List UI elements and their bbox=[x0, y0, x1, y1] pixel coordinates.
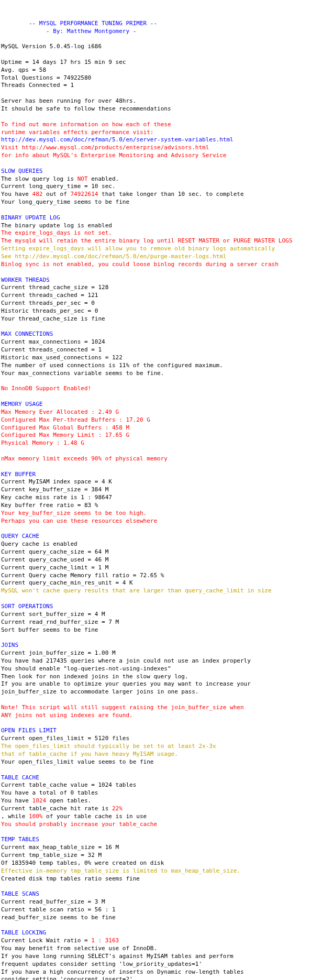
byline: - By: Matthew Montgomery - bbox=[1, 28, 136, 35]
running-over-48h: Server has been running for over 48hrs. bbox=[1, 97, 136, 104]
thread-cache-fine: Your thread_cache_size is fine bbox=[1, 315, 105, 322]
effective-tmp-table-size: Effective in-memory tmp_table_size is li… bbox=[1, 867, 240, 874]
query-cache-fill-ratio: Current Query cache Memory fill ratio = … bbox=[1, 572, 164, 579]
low-priority-updates: frequent updates consider setting 'low_p… bbox=[1, 961, 202, 967]
sort-buffer-fine: Sort buffer seems to be fine bbox=[1, 626, 98, 633]
table-cache-hit-rate-a: Current table_cache hit rate is bbox=[1, 805, 112, 812]
increase-join-buffer-2: join_buffer_size to accommodate larger j… bbox=[1, 688, 199, 695]
threads-cached: Current threads_cached = 121 bbox=[1, 292, 98, 299]
open-files-note-1: The open_files_limit should typically be… bbox=[1, 743, 216, 750]
disk-tmp-tables-fine: Created disk tmp tables ratio seems fine bbox=[1, 875, 140, 882]
historic-max-used: Historic max_used_connections = 122 bbox=[1, 354, 123, 361]
table-scans-header: TABLE SCANS bbox=[1, 890, 39, 897]
query-cache-limit: Current query_cache_limit = 1 M bbox=[1, 564, 108, 571]
more-info-line-1: To find out more information on how each… bbox=[1, 121, 171, 128]
server-vars-url: http://dev.mysql.com/doc/refman/5.0/en/s… bbox=[1, 136, 234, 143]
title: -- MYSQL PERFORMANCE TUNING PRIMER -- bbox=[1, 20, 157, 27]
binary-update-header: BINARY UPDATE LOG bbox=[1, 214, 60, 221]
sort-operations-header: SORT OPERATIONS bbox=[1, 603, 53, 610]
sort-buffer-size: Current sort_buffer_size = 4 M bbox=[1, 611, 105, 618]
binary-log-enabled: The binary update log is enabled bbox=[1, 222, 112, 229]
slow-count-a: You have bbox=[1, 191, 32, 197]
join-note-2: ANY joins not using indexes are found. bbox=[1, 712, 133, 719]
table-cache-inuse-value: 100% bbox=[29, 813, 43, 820]
open-tables-a: You have bbox=[1, 797, 32, 804]
nmax-exceeds-90pct: nMax memory limit exceeds 90% of physica… bbox=[1, 455, 168, 462]
total-tables: You have a total of 0 tables bbox=[1, 789, 98, 796]
expire-logs-days-notset: The expire_logs_days is not set. bbox=[1, 229, 112, 236]
threads-per-sec: Current threads_per_sec = 0 bbox=[1, 300, 95, 306]
max-memory-ever: Max Memory Ever Allocated : 2.49 G bbox=[1, 409, 119, 415]
lock-wait-ratio-value: 1 : 3163 bbox=[91, 937, 119, 944]
slow-count-c: that take longer than 10 sec. to complet… bbox=[98, 191, 243, 197]
table-scan-ratio: Current table scan ratio = 56 : 1 bbox=[1, 906, 116, 913]
table-cache-inuse-a: , while bbox=[1, 813, 29, 820]
key-buffer-free-ratio: Key buffer free ratio = 83 % bbox=[1, 502, 98, 509]
joins-header: JOINS bbox=[1, 642, 18, 648]
query-cache-min-res-unit: Current query_cache_min_res_unit = 4 K bbox=[1, 579, 133, 586]
concurrent-insert-2: consider setting 'concurrent_insert=2'. bbox=[1, 976, 136, 980]
total-questions: Total Questions = 74922580 bbox=[1, 74, 91, 81]
high-concurrency-inserts: If you have a high concurrency of insert… bbox=[1, 968, 244, 975]
temp-tables-header: TEMP TABLES bbox=[1, 836, 39, 843]
max-connections-header: MAX CONNECTIONS bbox=[1, 331, 53, 337]
max-heap-table-size: Current max_heap_table_size = 16 M bbox=[1, 844, 119, 851]
slow-count-value: 482 bbox=[32, 191, 43, 197]
open-files-limit: Current open_files_limit = 5120 files bbox=[1, 735, 129, 742]
myisam-index-space: Current MyISAM index space = 4 K bbox=[1, 478, 112, 485]
more-info-line-2: runtime variables effects performance vi… bbox=[1, 129, 153, 136]
setting-expire-logs-days: Setting expire_logs_days will allow you … bbox=[1, 245, 275, 252]
max-connections: Current max_connections = 1024 bbox=[1, 338, 105, 345]
key-buffer-too-high: Your key_buffer_size seems to be too hig… bbox=[1, 510, 147, 516]
open-tables-b: open tables. bbox=[46, 797, 91, 804]
open-files-header: OPEN FILES LIMIT bbox=[1, 727, 57, 734]
max-per-thread-buffers: Configured Max Per-thread Buffers : 17.2… bbox=[1, 416, 150, 423]
uptime: Uptime = 14 days 17 hrs 15 min 9 sec bbox=[1, 59, 126, 65]
advisory-info: for info about MySQL's Enterprise Monito… bbox=[1, 152, 226, 159]
table-locking-header: TABLE LOCKING bbox=[1, 929, 46, 936]
increase-join-buffer-1: If you are unable to optimize your queri… bbox=[1, 680, 251, 687]
thread-cache-size: Current thread_cache_size = 128 bbox=[1, 284, 108, 291]
temp-tables-on-disk: Of 1835940 temp tables, 0% were created … bbox=[1, 860, 164, 866]
max-global-buffers: Configured Max Global Buffers : 458 M bbox=[1, 424, 129, 431]
slow-query-log-a: The slow query log is bbox=[1, 175, 77, 182]
historic-threads-per-sec: Historic threads_per_sec = 0 bbox=[1, 307, 98, 314]
query-cache-size: Current query_cache_size = 64 M bbox=[1, 548, 108, 555]
mysql-version: MySQL Version 5.0.45-log i686 bbox=[1, 43, 102, 50]
safe-to-follow: It should be safe to follow these recomm… bbox=[1, 105, 171, 112]
threads-connected: Threads Connected = 1 bbox=[1, 82, 74, 89]
key-cache-miss-rate: Key cache miss rate is 1 : 98647 bbox=[1, 494, 112, 501]
slow-count-total: 74922614 bbox=[70, 191, 98, 197]
long-selects-myisam: If you have long running SELECT's agains… bbox=[1, 953, 234, 960]
join-note-1: Note! This script will still suggest rai… bbox=[1, 704, 244, 711]
slow-query-log-b: enabled. bbox=[88, 175, 119, 182]
read-buffer-size: Current read_buffer_size = 3 M bbox=[1, 898, 105, 905]
table-cache-inuse-b: of your table cache is in use bbox=[42, 813, 147, 820]
table-cache-hit-rate-value: 22% bbox=[112, 805, 123, 812]
open-files-fine: Your open_files_limit value seems to be … bbox=[1, 758, 153, 765]
purge-master-logs-url: See http://dev.mysql.com/doc/refman/5.0/… bbox=[1, 253, 226, 260]
worker-threads-header: WORKER THREADS bbox=[1, 277, 50, 283]
long-query-time: Current long_query_time = 10 sec. bbox=[1, 183, 116, 190]
open-tables-value: 1024 bbox=[32, 797, 47, 804]
retain-entire-binlog: The mysqld will retain the entire binary… bbox=[1, 237, 292, 244]
avg-qps: Avg. qps = 58 bbox=[1, 67, 46, 73]
max-connections-fine: Your max_connections variable seems to b… bbox=[1, 370, 164, 377]
look-for-nonindexed: Then look for non indexed joins in the s… bbox=[1, 673, 188, 680]
lock-wait-ratio-label: Current Lock Wait ratio = bbox=[1, 937, 91, 944]
key-buffer-size: Current key_buffer_size = 384 M bbox=[1, 486, 108, 493]
memory-usage-header: MEMORY USAGE bbox=[1, 401, 42, 408]
open-files-note-2: that of table_cache if you have heavy My… bbox=[1, 751, 178, 757]
benefit-innodb: You may benefit from selective use of In… bbox=[1, 945, 157, 952]
tmp-table-size: Current tmp_table_size = 32 M bbox=[1, 852, 102, 858]
read-rnd-buffer-size: Current read_rnd_buffer_size = 7 M bbox=[1, 619, 119, 625]
threads-connected-again: Current threads_connected = 1 bbox=[1, 346, 102, 353]
increase-table-cache: You should probably increase your table_… bbox=[1, 821, 157, 828]
table-cache-header: TABLE CACHE bbox=[1, 774, 39, 781]
max-memory-limit: Configured Max Memory Limit : 17.65 G bbox=[1, 432, 129, 438]
join-buffer-size: Current join_buffer_size = 1.00 M bbox=[1, 649, 116, 656]
query-cache-limit-note: MySQL won't cache query results that are… bbox=[1, 587, 272, 594]
query-cache-header: QUERY CACHE bbox=[1, 533, 39, 539]
reuse-resources: Perhaps you can use these resources else… bbox=[1, 517, 157, 524]
read-buffer-fine: read_buffer_size seems to be fine bbox=[1, 914, 116, 921]
